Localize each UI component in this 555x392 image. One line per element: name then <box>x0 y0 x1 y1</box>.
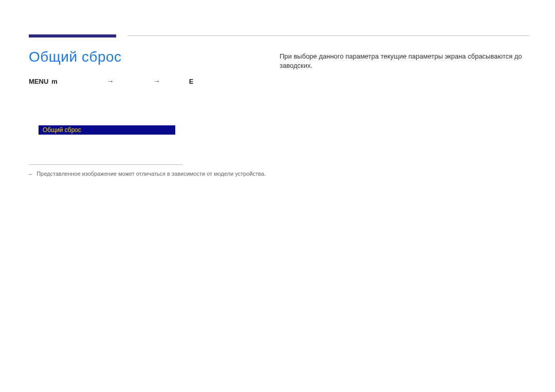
accent-bar <box>29 34 116 38</box>
horizontal-rule-top <box>127 35 529 36</box>
menu-kbd-label: MENU <box>29 78 48 85</box>
arrow-icon: → <box>107 77 114 85</box>
menu-icon: m <box>51 78 58 85</box>
osd-highlight-box: Общий сброс <box>39 125 175 135</box>
horizontal-rule-footnote <box>29 164 183 165</box>
page-title: Общий сброс <box>29 49 122 65</box>
footnote-dash: – <box>29 171 32 177</box>
footnote: – Представленное изображение может отлич… <box>29 171 266 177</box>
menu-terminal-label: E <box>189 78 194 85</box>
footnote-text: Представленное изображение может отличат… <box>36 171 266 177</box>
document-page: Общий сброс MENU m → → E Общий сброс – П… <box>0 0 555 392</box>
menu-path: MENU m → → E <box>29 77 198 85</box>
description-text: При выборе данного параметра текущие пар… <box>280 52 529 70</box>
osd-label: Общий сброс <box>43 126 81 134</box>
arrow-icon: → <box>153 77 160 85</box>
